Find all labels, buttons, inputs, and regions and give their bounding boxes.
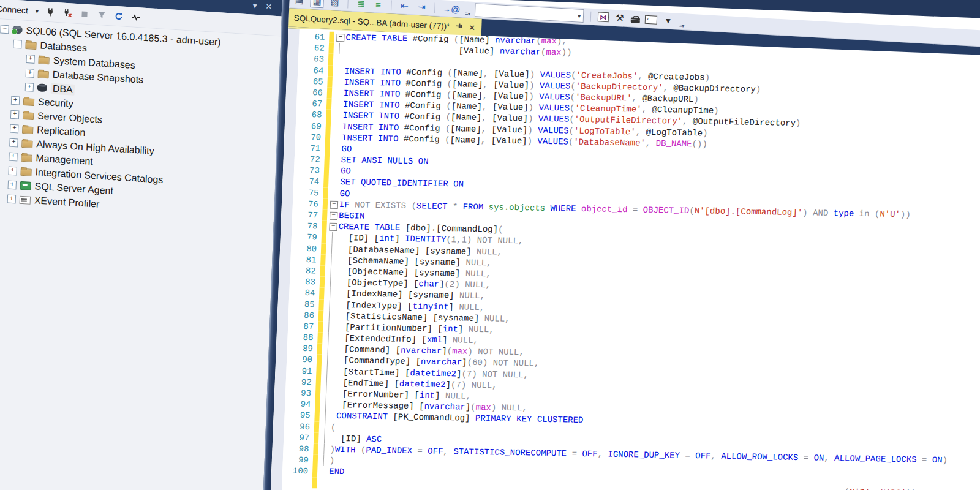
fold-collapse-icon[interactable]: − — [328, 221, 339, 232]
expand-icon[interactable]: + — [7, 194, 17, 203]
fold-margin — [332, 132, 342, 143]
line-number: 67 — [296, 98, 327, 110]
tree-item-label: DBA — [51, 83, 75, 95]
decrease-indent-icon[interactable]: ⇤ — [398, 0, 411, 12]
change-tracking-bar — [312, 477, 317, 488]
editor-body: 61−CREATE TABLE #Config ([Name] nvarchar… — [268, 28, 980, 490]
change-tracking-bar — [323, 187, 328, 198]
fold-margin — [327, 254, 337, 265]
line-number: 90 — [287, 354, 317, 366]
line-number: 85 — [288, 298, 319, 310]
line-number: 91 — [286, 365, 317, 377]
change-tracking-bar — [328, 54, 334, 65]
xevent-icon — [20, 195, 31, 204]
line-number: 68 — [296, 109, 326, 121]
line-number: 83 — [290, 276, 320, 288]
expand-icon[interactable]: + — [9, 152, 18, 161]
change-tracking-bar — [318, 321, 323, 332]
dropdown-caret-icon[interactable]: ▾ — [662, 14, 675, 27]
chevron-down-icon: ▾ — [578, 12, 581, 19]
fold-margin — [335, 54, 345, 65]
change-tracking-bar — [329, 32, 334, 43]
tree-item-label: XEvent Profiler — [34, 195, 100, 210]
change-tracking-bar — [318, 310, 324, 321]
change-tracking-bar — [325, 143, 330, 154]
change-tracking-bar — [317, 355, 322, 366]
command-window-icon[interactable]: ›_ — [645, 15, 658, 24]
expand-icon[interactable]: + — [8, 180, 17, 189]
uncomment-icon[interactable]: ≡ — [372, 0, 385, 11]
line-number: 72 — [294, 154, 325, 165]
connect-button[interactable]: Connect — [0, 4, 28, 15]
line-number: 87 — [288, 320, 318, 332]
filter-icon[interactable] — [96, 10, 107, 20]
template-parameters-icon[interactable]: ▤ — [293, 0, 306, 7]
folder-icon — [23, 98, 34, 106]
code-area[interactable]: 61−CREATE TABLE #Config ([Name] nvarchar… — [279, 29, 980, 490]
connect-plug-icon[interactable] — [45, 7, 56, 17]
expand-icon[interactable]: + — [26, 55, 35, 64]
expand-icon[interactable]: + — [11, 96, 20, 105]
chevron-down-icon[interactable]: ▾ — [36, 7, 39, 14]
toolbox-icon[interactable] — [631, 17, 640, 23]
object-explorer-tree: −SQL06 (SQL Server 16.0.4185.3 - adm-use… — [0, 19, 281, 222]
line-number: 89 — [287, 343, 318, 355]
pin-icon[interactable] — [455, 21, 464, 32]
change-tracking-bar — [314, 421, 320, 432]
query-options-icon[interactable]: ▦ — [310, 0, 324, 8]
expand-icon[interactable]: + — [25, 83, 34, 92]
change-tracking-bar — [315, 388, 321, 399]
expand-icon[interactable]: + — [10, 110, 20, 119]
change-tracking-bar — [313, 454, 318, 466]
window-position-icon[interactable]: ▾ — [253, 1, 257, 10]
object-explorer-panel: ▾✕ Connect▾ −SQL06 (SQL Server 16.0.4185… — [0, 0, 282, 490]
fold-margin — [323, 355, 334, 366]
change-tracking-bar — [314, 432, 319, 443]
toolbar-overflow-icon[interactable]: =▾ — [465, 10, 470, 17]
vs-query-window-icon[interactable]: ⋈ — [598, 12, 609, 22]
expand-icon[interactable]: + — [26, 69, 35, 78]
fold-margin — [333, 110, 343, 121]
wrench-icon[interactable]: ⚒ — [614, 12, 627, 24]
change-tracking-bar — [326, 110, 331, 121]
collapse-icon[interactable]: − — [13, 39, 22, 48]
line-number: 69 — [295, 120, 326, 132]
change-tracking-bar — [328, 65, 333, 76]
fold-margin — [324, 344, 334, 355]
stop-icon[interactable] — [78, 9, 90, 19]
fold-collapse-icon[interactable]: − — [329, 210, 339, 221]
fold-collapse-icon[interactable]: − — [330, 199, 340, 210]
close-icon[interactable]: ✕ — [469, 23, 475, 32]
line-number: 64 — [298, 64, 328, 76]
fold-collapse-icon[interactable]: − — [336, 32, 346, 43]
actual-execution-plan-icon[interactable]: ▧ — [328, 0, 341, 9]
folder-icon — [22, 126, 33, 134]
refresh-icon[interactable] — [113, 11, 124, 21]
line-number: 76 — [293, 198, 323, 209]
disconnect-plug-icon[interactable] — [62, 7, 74, 18]
toolbar-separator — [434, 2, 435, 13]
activity-monitor-icon[interactable] — [130, 12, 141, 22]
toolbar-overflow-icon-2[interactable]: =▾ — [679, 23, 684, 29]
fold-margin — [320, 443, 330, 454]
comment-icon[interactable]: ≣ — [355, 0, 368, 10]
collapse-icon[interactable]: − — [0, 24, 9, 34]
increase-indent-icon[interactable]: ⇥ — [415, 1, 428, 13]
toolbar-separator — [347, 0, 349, 8]
fold-margin — [323, 366, 333, 377]
fold-margin — [322, 399, 332, 410]
folder-icon — [38, 70, 49, 78]
change-tracking-bar — [324, 154, 330, 165]
line-number: 63 — [298, 53, 329, 65]
navigate-to-icon[interactable]: →@ — [442, 2, 461, 15]
line-number: 77 — [292, 209, 323, 221]
fold-margin — [332, 121, 342, 132]
change-tracking-bar — [317, 344, 323, 355]
expand-icon[interactable]: + — [10, 124, 19, 133]
fold-margin — [325, 310, 336, 321]
expand-icon[interactable]: + — [8, 166, 17, 175]
expand-icon[interactable]: + — [9, 138, 18, 147]
line-number: 78 — [292, 221, 322, 232]
close-icon[interactable]: ✕ — [265, 1, 272, 11]
folder-icon — [21, 140, 32, 148]
